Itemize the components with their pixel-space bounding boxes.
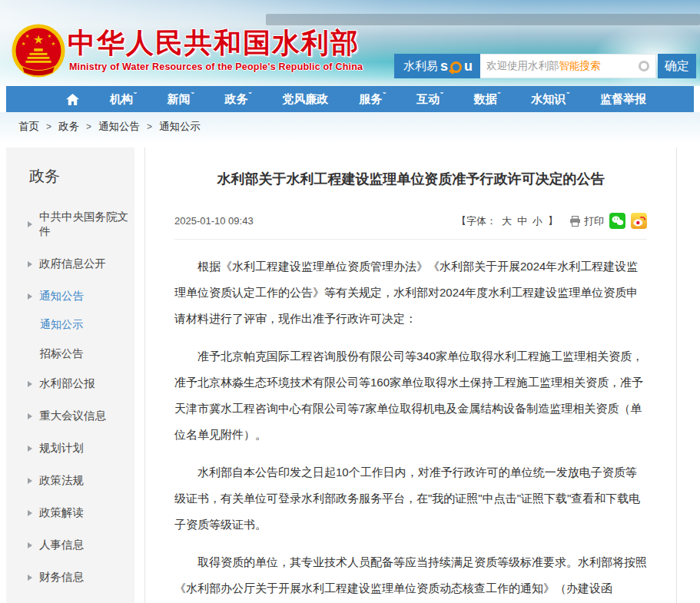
sidebar-item-policy-interpretation[interactable]: 政策解读 [28,505,134,520]
search-brand-s: s [440,59,448,73]
triangle-icon [28,413,32,419]
dropdown-indicator-icon: ˇ [383,91,386,100]
search-submit-button[interactable]: 确定 [658,54,696,78]
sidebar-item-label: 政府信息公开 [39,257,106,271]
wechat-share-button[interactable] [609,213,625,229]
site-subtitle: Ministry of Water Resources of the Peopl… [69,61,363,72]
sidebar-item-planning[interactable]: 规划计划 [28,441,134,456]
svg-text:★: ★ [25,33,30,39]
breadcrumb-separator: > [46,121,51,132]
gear-icon[interactable] [639,61,649,71]
nav-item-gov-affairs[interactable]: 政务ˇ [224,92,251,107]
sidebar-item-personnel-info[interactable]: 人事信息 [28,538,134,552]
sidebar-item-label: 政策解读 [39,505,84,520]
dropdown-indicator-icon: ˇ [440,91,443,100]
svg-text:★: ★ [33,32,44,47]
breadcrumb-item-4[interactable]: 通知公示 [159,120,201,134]
nav-item-home[interactable] [66,94,79,105]
weibo-icon [631,213,647,229]
dropdown-indicator-icon: ˇ [191,91,194,100]
article-panel: 水利部关于水利工程建设监理单位资质准予行政许可决定的公告 2025-01-10 … [144,147,677,603]
nav-item-interaction[interactable]: 互动ˇ [416,92,443,107]
nav-item-services[interactable]: 服务ˇ [359,92,386,107]
breadcrumb-separator: > [147,121,152,132]
nav-label: 监督举报 [600,92,646,107]
sidebar-item-notices[interactable]: 通知公告 [28,289,134,303]
sidebar-item-central-documents[interactable]: 中共中央国务院文件 [28,210,134,239]
sidebar-item-label: 重大会议信息 [39,409,106,423]
triangle-icon [28,293,32,300]
article-tools: 【字体： 大 中 小 】 打印 [456,213,647,229]
article-title: 水利部关于水利工程建设监理单位资质准予行政许可决定的公告 [174,169,647,190]
font-size-medium[interactable]: 中 [517,214,527,228]
weibo-share-button[interactable] [631,213,647,229]
article-paragraph: 水利部自本公告印发之日起10个工作日内，对准予行政许可的单位统一发放电子资质等级… [174,459,647,538]
breadcrumb-item-2[interactable]: 政务 [58,120,79,134]
sidebar-subitem-bidding-notices[interactable]: 招标公告 [40,347,134,361]
magnifier-icon [450,61,462,73]
nav-label: 数据 [474,92,497,107]
printer-icon [569,216,581,227]
nav-item-news[interactable]: 新闻ˇ [168,92,194,107]
sidebar-item-label: 规划计划 [39,441,84,456]
breadcrumb-item-1[interactable]: 首页 [18,120,39,134]
triangle-icon [28,478,32,484]
article-paragraph: 准予北京帕克国际工程咨询股份有限公司等340家单位取得水利工程施工监理相关资质，… [174,343,647,448]
nav-label: 服务 [359,92,382,107]
font-size-small[interactable]: 小 [532,214,542,228]
sidebar-subitem-notice-publicity[interactable]: 通知公示 [40,318,134,332]
article-body: 根据《水利工程建设监理单位资质管理办法》《水利部关于开展2024年水利工程建设监… [174,240,647,603]
sidebar-item-label: 水利部公报 [39,376,95,391]
main-area: 政务 中共中央国务院文件政府信息公开通知公告通知公示招标公告水利部公报重大会议信… [6,147,700,603]
search-brand-u: u [464,59,473,73]
nav-label: 机构 [110,92,133,107]
print-button[interactable]: 打印 [569,214,604,228]
dropdown-indicator-icon: ˇ [566,91,569,100]
svg-text:★: ★ [47,33,51,39]
sidebar-item-label: 政策法规 [39,473,84,488]
sidebar-item-gov-info-disclosure[interactable]: 政府信息公开 [28,257,134,271]
home-icon [66,94,79,105]
dropdown-indicator-icon: ˇ [248,91,251,100]
triangle-icon [28,446,32,452]
main-nav: 机构ˇ新闻ˇ政务ˇ党风廉政服务ˇ互动ˇ数据ˇ水知识ˇ监督举报 [6,86,694,112]
nav-label: 党风廉政 [282,92,328,107]
sidebar-item-major-meetings[interactable]: 重大会议信息 [28,409,134,423]
nav-item-supervision-report[interactable]: 监督举报 [600,92,646,107]
nav-label: 互动 [416,92,440,107]
search-brand-text: 水利易 [403,59,438,74]
nav-item-party-conduct[interactable]: 党风廉政 [282,92,328,107]
article-paragraph: 根据《水利工程建设监理单位资质管理办法》《水利部关于开展2024年水利工程建设监… [174,253,647,332]
search-placeholder: 欢迎使用水利部 [486,59,559,73]
nav-item-data[interactable]: 数据ˇ [474,92,501,107]
sidebar-title: 政务 [29,166,134,187]
sidebar-submenu: 通知公示招标公告 [40,318,134,361]
sidebar-menu: 中共中央国务院文件政府信息公开通知公告通知公示招标公告水利部公报重大会议信息规划… [28,210,134,603]
sidebar-item-policies-regulations[interactable]: 政策法规 [28,473,134,488]
font-size-large[interactable]: 大 [502,214,512,228]
nav-label: 政务 [224,92,247,107]
nav-label: 水知识 [531,92,566,107]
sidebar: 政务 中共中央国务院文件政府信息公开通知公告通知公示招标公告水利部公报重大会议信… [6,147,134,603]
triangle-icon [28,261,32,267]
search-brand-button[interactable]: 水利易 s u [394,54,480,78]
dropdown-indicator-icon: ˇ [498,91,501,100]
font-size-label-end: 】 [548,214,558,228]
national-emblem-logo: ★ ★ ★ ★ ★ [11,23,66,78]
svg-text:★: ★ [51,41,56,47]
triangle-icon [28,542,32,548]
search-placeholder-highlight: 智能搜索 [559,59,601,73]
search-input[interactable]: 欢迎使用水利部 智能搜索 [480,54,656,78]
wechat-icon [609,213,625,229]
nav-item-organization[interactable]: 机构ˇ [110,92,137,107]
sidebar-item-financial-info[interactable]: 财务信息 [28,570,134,585]
sidebar-item-label: 人事信息 [39,538,84,552]
article-paragraph: 取得资质的单位，其专业技术人员配备等应当持续满足资质等级标准要求。水利部将按照《… [174,549,647,603]
sidebar-item-mwr-gazette[interactable]: 水利部公报 [28,376,134,391]
sidebar-item-label: 中共中央国务院文件 [39,210,134,239]
nav-item-water-knowledge[interactable]: 水知识ˇ [531,92,569,107]
breadcrumb-item-3[interactable]: 通知公告 [98,120,140,134]
triangle-icon [28,510,32,516]
site-title: 中华人民共和国水利部 [68,25,360,62]
triangle-icon [28,575,32,581]
